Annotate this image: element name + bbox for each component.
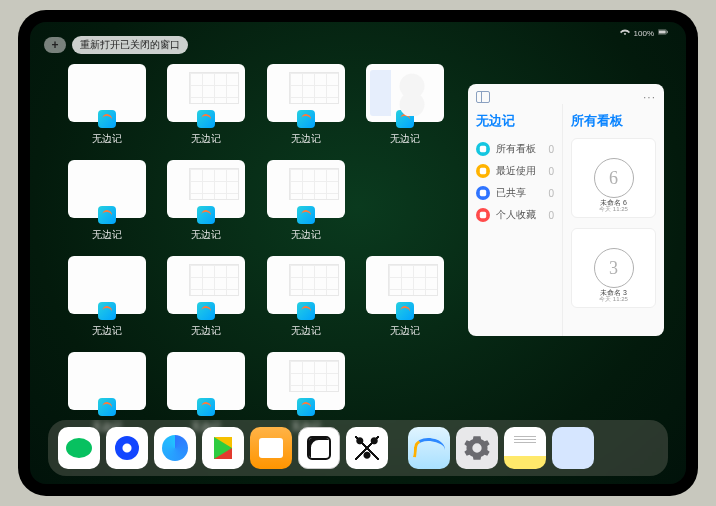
window-label: 无边记	[191, 324, 221, 338]
browser1-icon[interactable]	[106, 427, 148, 469]
window-label: 无边记	[191, 228, 221, 242]
freeform-content: 所有看板 6未命名 6今天 11:253未命名 3今天 11:25	[562, 104, 664, 336]
board-thumbnail: 6	[594, 158, 634, 198]
game-icon[interactable]	[298, 427, 340, 469]
window-label: 无边记	[390, 324, 420, 338]
board-caption: 未命名 6今天 11:25	[599, 199, 628, 213]
status-bar: 100%	[620, 28, 668, 38]
window-thumbnail	[366, 256, 444, 314]
window-label: 无边记	[291, 228, 321, 242]
app-library-icon[interactable]	[552, 427, 594, 469]
svg-rect-5	[480, 190, 486, 196]
graph-icon[interactable]	[346, 427, 388, 469]
battery-icon	[658, 28, 668, 38]
expose-window[interactable]: 无边记	[66, 160, 148, 242]
window-thumbnail	[68, 160, 146, 218]
content-title: 所有看板	[571, 112, 656, 130]
window-thumbnail	[167, 64, 245, 122]
freeform-app-icon	[396, 110, 414, 128]
settings-icon[interactable]	[456, 427, 498, 469]
board-card[interactable]: 3未命名 3今天 11:25	[571, 228, 656, 308]
expose-window[interactable]: 无边记	[166, 256, 248, 338]
sidebar-toggle-icon[interactable]	[476, 91, 490, 103]
wechat-icon[interactable]	[58, 427, 100, 469]
expose-window[interactable]: 无边记	[365, 64, 447, 146]
window-thumbnail	[167, 160, 245, 218]
sidebar-title: 无边记	[476, 112, 554, 130]
expose-window[interactable]: 无边记	[66, 256, 148, 338]
window-thumbnail	[68, 64, 146, 122]
dock	[48, 420, 668, 476]
freeform-sidebar: 无边记 所有看板0最近使用0已共享0个人收藏0	[468, 104, 562, 336]
freeform-sidebar-window[interactable]: ··· 无边记 所有看板0最近使用0已共享0个人收藏0 所有看板 6未命名 6今…	[468, 84, 664, 336]
svg-rect-4	[480, 168, 486, 174]
expose-window[interactable]: 无边记	[166, 64, 248, 146]
browser2-icon[interactable]	[154, 427, 196, 469]
freeform-app-icon	[396, 302, 414, 320]
expose-window[interactable]: 无边记	[365, 256, 447, 338]
sidebar-item-label: 最近使用	[496, 164, 536, 178]
freeform-app-icon	[197, 110, 215, 128]
sidebar-item-label: 个人收藏	[496, 208, 536, 222]
category-icon	[476, 164, 490, 178]
freeform-app-icon	[297, 302, 315, 320]
expose-window[interactable]: 无边记	[66, 64, 148, 146]
notes-icon[interactable]	[504, 427, 546, 469]
board-thumbnail: 3	[594, 248, 634, 288]
svg-rect-3	[480, 146, 486, 152]
window-thumbnail	[68, 352, 146, 410]
freeform-app-icon	[98, 398, 116, 416]
wifi-icon	[620, 28, 630, 38]
video-icon[interactable]	[202, 427, 244, 469]
books-icon[interactable]	[250, 427, 292, 469]
sidebar-item[interactable]: 个人收藏0	[476, 204, 554, 226]
window-thumbnail	[167, 352, 245, 410]
freeform-app-icon	[98, 206, 116, 224]
sidebar-item-count: 0	[549, 188, 555, 199]
screen: 100% + 重新打开已关闭的窗口 无边记无边记无边记无边记无边记无边记无边记无…	[30, 22, 686, 484]
window-label: 无边记	[191, 132, 221, 146]
board-card[interactable]: 6未命名 6今天 11:25	[571, 138, 656, 218]
ipad-frame: 100% + 重新打开已关闭的窗口 无边记无边记无边记无边记无边记无边记无边记无…	[18, 10, 698, 496]
board-caption: 未命名 3今天 11:25	[599, 289, 628, 303]
sidebar-item-count: 0	[549, 210, 555, 221]
sidebar-item-count: 0	[549, 166, 555, 177]
window-thumbnail	[167, 256, 245, 314]
freeform-app-icon	[98, 110, 116, 128]
category-icon	[476, 208, 490, 222]
window-thumbnail	[68, 256, 146, 314]
window-thumbnail	[267, 64, 345, 122]
sidebar-item[interactable]: 最近使用0	[476, 160, 554, 182]
freeform-app-icon	[98, 302, 116, 320]
svg-rect-1	[659, 30, 666, 33]
window-thumbnail	[267, 160, 345, 218]
window-label: 无边记	[291, 132, 321, 146]
freeform-app-icon	[197, 398, 215, 416]
new-window-button[interactable]: +	[44, 37, 66, 53]
reopen-closed-window-button[interactable]: 重新打开已关闭的窗口	[72, 36, 188, 54]
sidebar-item-label: 所有看板	[496, 142, 536, 156]
category-icon	[476, 186, 490, 200]
expose-window[interactable]: 无边记	[265, 256, 347, 338]
window-label: 无边记	[390, 132, 420, 146]
freeform-app-icon	[297, 398, 315, 416]
svg-rect-2	[667, 31, 668, 33]
freeform-icon[interactable]	[408, 427, 450, 469]
sidebar-item-count: 0	[549, 144, 555, 155]
window-header: ···	[468, 84, 664, 104]
sidebar-item[interactable]: 已共享0	[476, 182, 554, 204]
window-label: 无边记	[291, 324, 321, 338]
window-label: 无边记	[92, 132, 122, 146]
reopen-bar: + 重新打开已关闭的窗口	[44, 36, 188, 54]
window-thumbnail	[267, 256, 345, 314]
freeform-app-icon	[197, 206, 215, 224]
sidebar-item[interactable]: 所有看板0	[476, 138, 554, 160]
window-label: 无边记	[92, 228, 122, 242]
expose-window[interactable]: 无边记	[265, 160, 347, 242]
category-icon	[476, 142, 490, 156]
expose-window[interactable]: 无边记	[166, 160, 248, 242]
window-thumbnail	[366, 64, 444, 122]
more-icon[interactable]: ···	[643, 90, 656, 104]
freeform-app-icon	[297, 110, 315, 128]
expose-window[interactable]: 无边记	[265, 64, 347, 146]
